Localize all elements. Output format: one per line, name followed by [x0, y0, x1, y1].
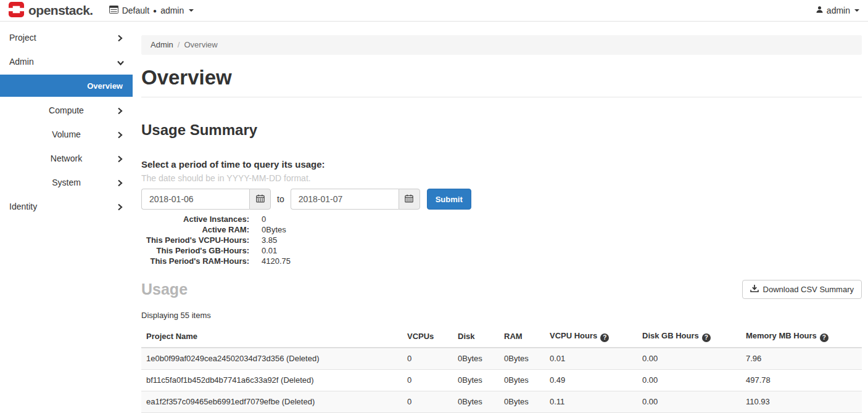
openstack-logo[interactable]: openstack. [9, 2, 93, 19]
sidebar-item-overview[interactable]: Overview [0, 75, 133, 97]
date-from-input[interactable] [141, 189, 249, 210]
table-row: ea1f2f357c09465eb6991edf7079efbe (Delete… [141, 391, 862, 412]
breadcrumb-current: Overview [184, 40, 217, 49]
cell-memory-mb-hours: 110.93 [741, 391, 862, 412]
cell-disk-gb-hours: 0.00 [637, 348, 741, 370]
cell-vcpu-hours: 0.11 [545, 391, 637, 412]
submit-button[interactable]: Submit [427, 189, 471, 210]
top-navbar: openstack. Default ● admin admin [0, 0, 868, 22]
cell-memory-mb-hours: 7.96 [741, 348, 862, 370]
cell-vcpus: 0 [402, 369, 453, 391]
stat-vcpu-hours: This Period's VCPU-Hours: 3.85 [141, 235, 862, 245]
usage-table-header: Usage Download CSV Summary [141, 280, 862, 299]
stat-active-ram: Active RAM: 0Bytes [141, 224, 862, 235]
caret-down-icon [189, 9, 194, 12]
sidebar-item-system[interactable]: System [0, 170, 133, 194]
sidebar-item-identity[interactable]: Identity [0, 194, 133, 218]
cell-ram: 0Bytes [499, 369, 545, 391]
usage-stats: Active Instances: 0 Active RAM: 0Bytes T… [141, 214, 862, 266]
help-icon[interactable]: ? [820, 333, 829, 342]
cell-vcpu-hours: 0.01 [545, 348, 637, 370]
page-title: Overview [141, 65, 862, 90]
date-format-hint: The date should be in YYYY-MM-DD format. [141, 173, 862, 184]
calendar-icon [405, 194, 413, 205]
cell-project-name: bf11c5fa0f1b452db4b7741a6c33a92f (Delete… [141, 369, 402, 391]
openstack-logo-icon [9, 2, 24, 19]
context-domain: Default [122, 6, 149, 15]
cell-ram: 0Bytes [499, 348, 545, 370]
chevron-right-icon [117, 203, 123, 213]
sidebar-item-network[interactable]: Network [0, 146, 133, 170]
breadcrumb-separator: / [178, 40, 180, 49]
user-name: admin [827, 6, 850, 15]
usage-table: Project Name VCPUs Disk RAM VCPU Hours? … [141, 326, 862, 413]
chevron-down-icon [115, 60, 125, 65]
chevron-right-icon [117, 107, 123, 117]
help-icon[interactable]: ? [600, 333, 609, 342]
cell-disk: 0Bytes [453, 348, 499, 370]
caret-down-icon [854, 9, 859, 12]
download-icon [750, 284, 759, 295]
download-csv-button[interactable]: Download CSV Summary [742, 280, 862, 299]
cell-memory-mb-hours: 497.78 [741, 369, 862, 391]
chevron-right-icon [117, 34, 123, 44]
usage-heading: Usage [141, 280, 188, 299]
chevron-right-icon [117, 179, 123, 189]
cell-disk: 0Bytes [453, 391, 499, 412]
stat-active-instances: Active Instances: 0 [141, 214, 862, 224]
cell-disk: 0Bytes [453, 369, 499, 391]
col-ram: RAM [499, 326, 545, 348]
table-row: 1e0b0f99af0249cea24502034d73d356 (Delete… [141, 348, 862, 370]
cell-vcpu-hours: 0.49 [545, 369, 637, 391]
date-to-input[interactable] [291, 189, 399, 210]
user-icon [816, 6, 824, 15]
col-memory-mb-hours: Memory MB Hours? [741, 326, 862, 348]
usage-summary-heading: Usage Summary [141, 121, 862, 139]
brand-text: openstack. [28, 3, 93, 18]
breadcrumb: Admin/Overview [141, 35, 862, 55]
col-vcpu-hours: VCPU Hours? [545, 326, 637, 348]
context-project: admin [160, 6, 184, 15]
title-divider [141, 97, 862, 97]
cell-disk-gb-hours: 0.00 [637, 369, 741, 391]
date-from-calendar-button[interactable] [249, 189, 271, 210]
usage-date-form: to [141, 189, 862, 210]
chevron-right-icon [117, 131, 123, 141]
download-csv-label: Download CSV Summary [763, 285, 854, 294]
col-disk: Disk [453, 326, 499, 348]
cell-vcpus: 0 [402, 391, 453, 412]
main-content: Admin/Overview Overview Usage Summary Se… [133, 22, 868, 413]
sidebar-item-admin[interactable]: Admin [0, 49, 133, 73]
table-header-row: Project Name VCPUs Disk RAM VCPU Hours? … [141, 326, 862, 348]
cell-disk-gb-hours: 0.00 [637, 391, 741, 412]
items-count: Displaying 55 items [141, 311, 862, 321]
to-label: to [277, 194, 284, 204]
cell-vcpus: 0 [402, 348, 453, 370]
project-switcher-icon [109, 6, 118, 15]
stat-gb-hours: This Period's GB-Hours: 0.01 [141, 245, 862, 256]
context-separator-dot: ● [153, 7, 157, 14]
breadcrumb-admin[interactable]: Admin [151, 40, 173, 49]
help-icon[interactable]: ? [702, 333, 711, 342]
chevron-right-icon [117, 155, 123, 165]
cell-ram: 0Bytes [499, 391, 545, 412]
col-vcpus: VCPUs [402, 326, 453, 348]
stat-ram-hours: This Period's RAM-Hours: 4120.75 [141, 256, 862, 266]
sidebar-item-compute[interactable]: Compute [0, 98, 133, 122]
col-project-name: Project Name [141, 326, 402, 348]
sidebar: Project Admin Overview Compute Volume [0, 22, 133, 413]
cell-project-name: 1e0b0f99af0249cea24502034d73d356 (Delete… [141, 348, 402, 370]
sidebar-item-project[interactable]: Project [0, 25, 133, 49]
col-disk-gb-hours: Disk GB Hours? [637, 326, 741, 348]
user-menu[interactable]: admin [816, 6, 859, 15]
domain-project-switcher[interactable]: Default ● admin [109, 6, 194, 15]
table-row: bf11c5fa0f1b452db4b7741a6c33a92f (Delete… [141, 369, 862, 391]
date-range-prompt: Select a period of time to query its usa… [141, 159, 862, 170]
calendar-icon [256, 194, 265, 205]
cell-project-name: ea1f2f357c09465eb6991edf7079efbe (Delete… [141, 391, 402, 412]
date-to-calendar-button[interactable] [399, 189, 420, 210]
sidebar-item-volume[interactable]: Volume [0, 122, 133, 146]
